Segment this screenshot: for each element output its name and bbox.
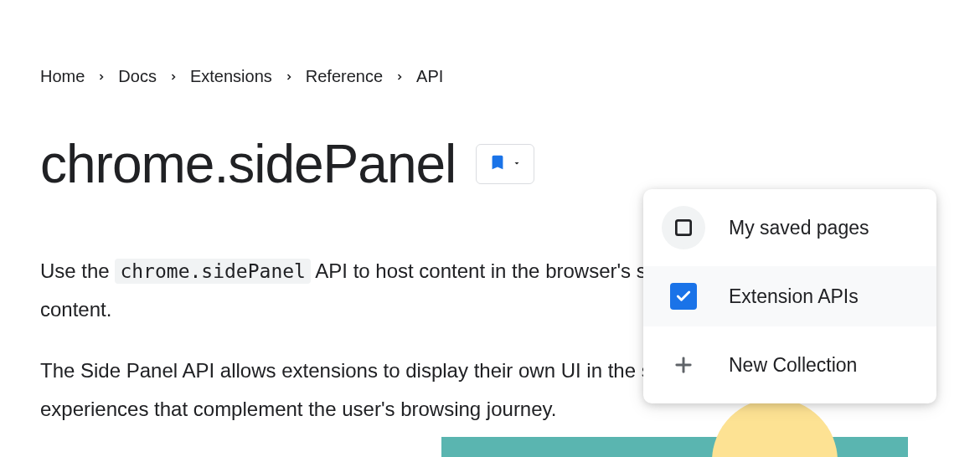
chevron-right-icon bbox=[168, 72, 178, 82]
chevron-right-icon bbox=[284, 72, 294, 82]
intro-prefix: Use the bbox=[40, 259, 115, 282]
code-inline: chrome.sidePanel bbox=[115, 259, 311, 284]
breadcrumb-item-reference[interactable]: Reference bbox=[306, 67, 383, 86]
page-title: chrome.sidePanel bbox=[40, 133, 456, 195]
caret-down-icon bbox=[512, 157, 522, 172]
dropdown-item-label: New Collection bbox=[729, 354, 857, 377]
breadcrumb-item-extensions[interactable]: Extensions bbox=[190, 67, 272, 86]
chevron-right-icon bbox=[395, 72, 405, 82]
bookmark-icon bbox=[488, 153, 507, 175]
title-row: chrome.sidePanel bbox=[40, 133, 940, 195]
svg-rect-0 bbox=[676, 220, 690, 234]
breadcrumb-item-home[interactable]: Home bbox=[40, 67, 85, 86]
dropdown-item-extension-apis[interactable]: Extension APIs bbox=[643, 266, 936, 326]
chevron-right-icon bbox=[96, 72, 106, 82]
checkbox-unchecked-icon bbox=[662, 206, 705, 249]
dropdown-item-label: My saved pages bbox=[729, 217, 869, 239]
dropdown-item-my-saved-pages[interactable]: My saved pages bbox=[643, 189, 936, 266]
dropdown-item-label: Extension APIs bbox=[729, 285, 859, 308]
dropdown-item-new-collection[interactable]: New Collection bbox=[643, 326, 936, 403]
breadcrumb: Home Docs Extensions Reference API bbox=[40, 67, 940, 86]
bookmark-dropdown-button[interactable] bbox=[476, 144, 534, 184]
breadcrumb-item-api[interactable]: API bbox=[416, 67, 443, 86]
breadcrumb-item-docs[interactable]: Docs bbox=[118, 67, 157, 86]
plus-icon bbox=[662, 343, 705, 387]
bookmark-dropdown-panel: My saved pages Extension APIs New Collec… bbox=[643, 189, 936, 403]
decorative-teal-bar bbox=[441, 437, 908, 457]
checkbox-checked-icon bbox=[670, 283, 697, 310]
